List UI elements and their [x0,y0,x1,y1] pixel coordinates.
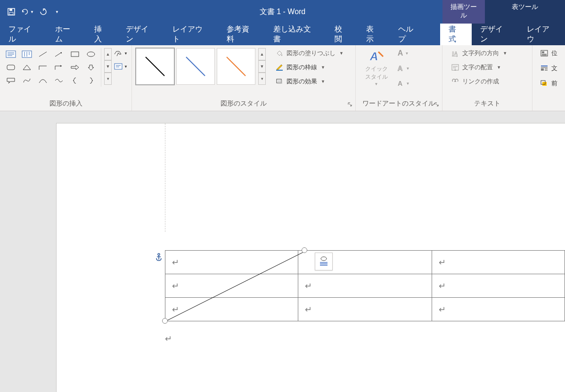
layout-options-button[interactable] [315,253,333,270]
selection-handle-start[interactable] [162,318,168,324]
paragraph-mark-icon: ↵ [439,305,446,314]
text-effects-button[interactable]: A▼ [395,78,411,89]
style-black-line[interactable] [136,48,174,85]
shape-oval[interactable] [84,48,98,60]
tab-references[interactable]: 参考資料 [218,24,265,45]
svg-text:A: A [398,80,402,87]
save-button[interactable] [5,5,18,18]
tab-help[interactable]: ヘルプ [390,24,429,45]
shape-callout[interactable] [4,74,18,87]
shape-gallery-more[interactable]: ▾ [104,73,112,85]
fill-icon [275,49,284,57]
table[interactable]: ↵ ↵ ↵ ↵ ↵ ↵ ↵ ↵ ↵ [165,250,565,321]
table-cell[interactable]: ↵ [165,274,298,298]
tab-format[interactable]: 書式 [440,24,472,45]
style-blue-line[interactable] [176,48,215,85]
draw-textbox-button[interactable]: ▼ [113,61,129,72]
qat-customize-button[interactable]: ▼ [53,5,61,18]
shape-style-gallery[interactable]: ▲ ▼ ▾ [136,48,269,85]
edit-shape-icon [114,49,123,57]
align-text-button[interactable]: 文字の配置 ▼ [449,62,509,73]
contextual-tab-headers: 描画ツール 表ツール [442,0,565,24]
tab-review[interactable]: 校閲 [326,24,358,45]
shape-gallery-up[interactable]: ▲ [104,48,112,60]
wrap-text-button[interactable]: 文 [538,63,559,74]
shape-rectangle[interactable] [68,48,82,60]
shape-brace-right[interactable] [84,74,98,87]
shape-textbox-h[interactable] [4,48,18,60]
create-link-button[interactable]: リンクの作成 [449,76,509,87]
shape-triangle[interactable] [20,61,34,74]
paragraph-after-table[interactable]: ↵ [165,334,172,344]
selection-handle-end[interactable] [302,247,307,253]
style-gallery-more[interactable]: ▾ [258,73,266,85]
edit-shape-button[interactable]: ▼ [113,48,129,58]
table-cell[interactable]: ↵ [298,274,432,298]
table-cell[interactable]: ↵ [165,251,298,274]
style-orange-line[interactable] [217,48,255,85]
quick-styles-label: クイック スタイル [365,65,388,81]
table-row[interactable]: ↵ ↵ ↵ [165,298,565,321]
shape-effects-label: 図形の効果 [287,77,317,86]
shape-freeform[interactable] [20,74,34,87]
table-cell[interactable]: ↵ [298,298,432,321]
wordart-styles-dialog-launcher[interactable] [434,101,440,108]
shape-elbow-arrow[interactable] [52,61,66,74]
tab-table-layout[interactable]: レイアウ [518,24,565,45]
svg-text:A: A [369,50,378,63]
shape-rounded-rect[interactable] [4,61,18,74]
bring-forward-button[interactable]: 前 [538,78,559,89]
bring-forward-icon [540,80,549,87]
table-cell[interactable]: ↵ [432,274,565,298]
shape-gallery-down[interactable]: ▼ [104,60,112,73]
shape-gallery[interactable] [4,48,101,87]
position-button[interactable]: 位 [538,48,559,58]
text-outline-button[interactable]: A▼ [395,63,411,74]
text-fill-button[interactable]: A▼ [395,48,411,58]
shape-brace-left[interactable] [68,74,82,87]
tab-file[interactable]: ファイル [0,24,47,45]
tab-design[interactable]: デザイン [117,24,164,45]
redo-button[interactable] [37,5,50,18]
shape-fill-button[interactable]: 図形の塗りつぶし ▼ [273,48,345,58]
shape-down-arrow[interactable] [84,61,98,74]
tab-home[interactable]: ホーム [47,24,86,45]
table-cell[interactable]: ↵ [432,298,565,321]
table-cell[interactable]: ↵ [165,298,298,321]
svg-line-20 [186,57,205,76]
shape-line[interactable] [36,48,50,60]
shape-arc[interactable] [36,74,50,87]
shape-curve[interactable] [52,74,66,87]
tab-view[interactable]: 表示 [358,24,389,45]
shape-block-arrow[interactable] [68,61,82,74]
table-row[interactable]: ↵ ↵ ↵ [165,251,565,274]
text-direction-button[interactable]: ||A 文字列の方向 ▼ [449,48,509,58]
table-row[interactable]: ↵ ↵ ↵ [165,274,565,298]
paragraph-mark-icon: ↵ [172,305,179,314]
align-text-label: 文字の配置 [462,63,493,72]
svg-rect-13 [71,52,79,57]
svg-line-11 [39,52,47,57]
undo-button[interactable]: ▼ [21,5,34,18]
group-label-wordart-styles: ワードアートのスタイル [360,98,439,110]
tab-table-design[interactable]: デザイン [472,24,518,45]
tab-mailings[interactable]: 差し込み文書 [265,24,326,45]
tab-layout[interactable]: レイアウト [164,24,218,45]
svg-rect-22 [276,70,283,71]
shape-elbow[interactable] [36,61,50,74]
shape-effects-button[interactable]: 図形の効果 ▼ [273,76,345,87]
style-gallery-down[interactable]: ▼ [258,60,266,73]
document-canvas[interactable]: ↵ ↵ ↵ ↵ ↵ ↵ ↵ ↵ ↵ ↵ [0,111,565,392]
table-cell[interactable]: ↵ [432,251,565,274]
tab-insert[interactable]: 挿入 [86,24,117,45]
shape-textbox-v[interactable] [20,48,34,60]
shape-styles-dialog-launcher[interactable] [347,101,353,108]
text-direction-icon: ||A [451,49,459,57]
layout-options-icon [318,256,329,267]
paragraph-mark-icon: ↵ [172,281,179,291]
shape-outline-button[interactable]: 図形の枠線 ▼ [273,62,345,73]
quick-styles-button[interactable]: A クイック スタイル ▼ [362,48,391,88]
svg-line-12 [55,52,62,57]
style-gallery-up[interactable]: ▲ [258,48,266,60]
shape-arrow-line[interactable] [52,48,66,60]
